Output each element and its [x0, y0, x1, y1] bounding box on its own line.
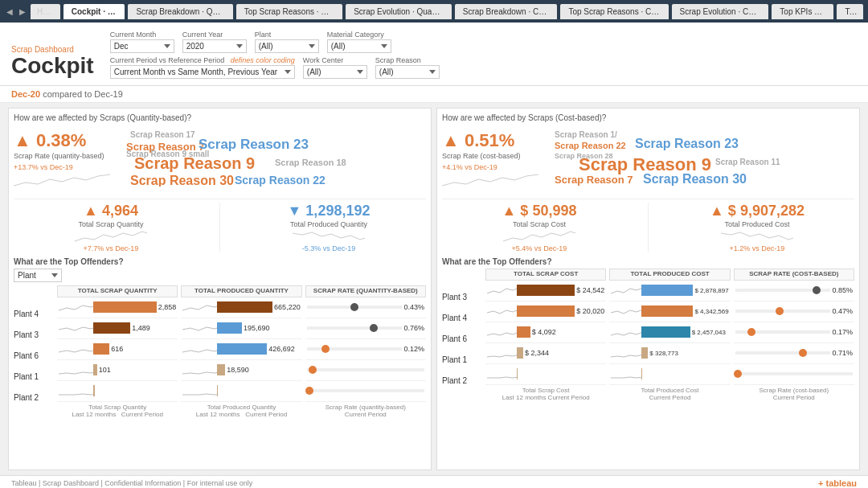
period-select[interactable]: Current Month vs Same Month, Previous Ye…	[110, 65, 295, 79]
material-category-select[interactable]: (All)	[327, 39, 391, 53]
total-produced-qty-col: TOTAL PRODUCED QUANTITY 665,220 195,690	[181, 285, 301, 414]
work-center-select[interactable]: (All)	[303, 65, 367, 79]
current-year-select[interactable]: 2020	[182, 39, 247, 53]
data-cell	[485, 364, 606, 385]
offenders-plant-filter[interactable]: Plant	[14, 269, 62, 282]
plant-labels-col: Plant 4 Plant 3 Plant 6 Plant 1 Plant 2	[14, 285, 54, 414]
sparkline	[487, 348, 517, 358]
data-cell: 0.12%	[305, 339, 426, 360]
data-cell: 616	[57, 339, 178, 360]
scrap-reason-select[interactable]: (All)	[375, 65, 440, 79]
total-produced-qty-metric: ▼ 1,298,192 Total Produced Quantity -5.3…	[231, 203, 426, 252]
cost-word-cloud: Scrap Reason 1/ Scrap Reason 22 Scrap Re…	[555, 130, 854, 191]
data-cell: 18,590	[181, 360, 301, 381]
sparkline	[611, 348, 641, 358]
produced-cost-rows: $ 2,878,897 $ 4,342,569 $ 2,457,043	[609, 281, 730, 385]
cost-section-title: How are we affected by Scraps (Cost-base…	[442, 113, 854, 122]
wc-item: Scrap Reason 7	[555, 174, 633, 186]
nav-tab-top-reasons-qty[interactable]: Top Scrap Reasons · Quantity-...	[236, 4, 342, 19]
col-footer-scrap-qty: Total Scrap QuantityLast 12 months Curre…	[57, 404, 178, 418]
sparkline	[611, 327, 641, 337]
data-cell: $ 328,773	[609, 343, 730, 364]
data-cell: $ 2,878,897	[609, 281, 730, 301]
period-current: Dec-20	[11, 89, 40, 99]
data-cell: $ 2,344	[485, 343, 606, 364]
data-cell: 0.76%	[305, 318, 426, 339]
plant-select[interactable]: (All)	[255, 39, 319, 53]
wc-item: Scrap Reason 22	[235, 174, 326, 187]
data-cell: 0.17%	[734, 322, 854, 343]
plant-labels-col-cost: Plant 3 Plant 4 Plant 6 Plant 1 Plant 2	[442, 269, 482, 397]
data-cell	[609, 364, 730, 385]
scrap-rate-cost-col: SCRAP RATE (COST-BASED) 0.85%	[734, 269, 854, 397]
filter-current-year: Current Year 2020	[182, 31, 247, 53]
word-cloud-qty: Scrap Reason 17 Scrap Reason 7 Scrap Rea…	[126, 130, 426, 187]
col-header-rate-qty: SCRAP RATE (QUANTITY-BASED)	[305, 285, 426, 297]
total-produced-cost-change: +1.2% vs Dec-19	[660, 244, 854, 252]
col-footer-rate-cost: Scrap Rate (cost-based)Current Period	[734, 387, 854, 401]
sparkline	[182, 344, 217, 354]
nav-tab-top[interactable]: Top	[837, 4, 863, 19]
current-month-select[interactable]: Dec	[110, 39, 174, 53]
data-cell: 1,489	[57, 318, 178, 339]
cost-bottom-metrics: ▲ $ 50,998 Total Scrap Cost +5.4% vs Dec…	[442, 199, 854, 252]
plant-rows-cost: Plant 3 Plant 4 Plant 6 Plant 1 Plant 2	[442, 286, 482, 397]
filter-material-category: Material Category (All)	[327, 31, 391, 53]
scrap-qty-rows: 2,858 1,489 616	[57, 297, 178, 402]
nav-prev-arrow[interactable]: ◀	[5, 6, 14, 18]
filter-row-1: Current Month Dec Current Year 2020 Plan…	[110, 31, 857, 53]
total-scrap-cost-value: ▲ $ 50,998	[442, 203, 637, 219]
plant-row-label: Plant 4	[442, 307, 482, 328]
offenders-cost-section: What are the Top Offenders? Plant 3 Plan…	[442, 257, 854, 465]
nav-tab-evolution-qty[interactable]: Scrap Evolution · Quantity-bas...	[346, 4, 452, 19]
sparkline	[487, 285, 517, 295]
sparkline	[59, 344, 93, 354]
header: Scrap Dashboard Cockpit Current Month De…	[0, 23, 868, 86]
nav-next-arrow[interactable]: ▶	[18, 6, 27, 18]
plant-row-label: Plant 1	[442, 349, 482, 370]
nav-tab-top-reasons-cost[interactable]: Top Scrap Reasons · Cost-based	[560, 4, 668, 19]
filter-row-2: Current Period vs Reference Period defin…	[110, 56, 857, 79]
plant-row-label: Plant 6	[14, 345, 54, 366]
top-navigation: ◀ ▶ Home Cockpit · Scrap Scrap Breakdown…	[0, 0, 868, 23]
header-filters: Current Month Dec Current Year 2020 Plan…	[94, 27, 857, 79]
quantity-word-cloud: Scrap Reason 17 Scrap Reason 7 Scrap Rea…	[126, 130, 426, 191]
col-header-rate-cost: SCRAP RATE (COST-BASED)	[734, 269, 854, 281]
plant-row-label: Plant 3	[14, 324, 54, 345]
offenders-qty-filter: Plant	[14, 269, 426, 282]
cost-rate-change: +4.1% vs Dec-19	[442, 163, 555, 171]
separator	[648, 203, 649, 252]
nav-tab-cockpit[interactable]: Cockpit · Scrap	[63, 4, 125, 19]
header-left: Scrap Dashboard Cockpit	[11, 45, 94, 79]
sparkline	[182, 386, 217, 396]
wc-item: Scrap Reason 23	[635, 137, 739, 151]
plant-row-label: Plant 3	[442, 286, 482, 307]
quantity-rate-value: ▲ 0.38%	[14, 130, 126, 151]
nav-tab-breakdown-cost[interactable]: Scrap Breakdown · Cost-based	[455, 4, 558, 19]
plant-row-label: Plant 6	[442, 328, 482, 349]
nav-tab-evolution-cost[interactable]: Scrap Evolution · Cost-based	[672, 4, 769, 19]
nav-tab-home[interactable]: Home	[31, 4, 60, 19]
offenders-cost-title: What are the Top Offenders?	[442, 257, 854, 266]
filter-scrap-reason: Scrap Reason (All)	[375, 56, 440, 79]
sparkline	[59, 365, 93, 375]
data-cell	[181, 381, 301, 402]
period-reference: Dec-19	[94, 89, 122, 99]
nav-tab-breakdown-qty[interactable]: Scrap Breakdown · Quantity-b...	[128, 4, 232, 19]
period-bar: Dec-20 compared to Dec-19	[0, 86, 868, 103]
offenders-qty-title: What are the Top Offenders?	[14, 257, 426, 266]
quantity-rate-sparkline	[14, 171, 110, 189]
total-produced-cost-label: Total Produced Cost	[660, 220, 854, 228]
word-cloud-cost: Scrap Reason 1/ Scrap Reason 22 Scrap Re…	[555, 130, 854, 187]
wc-item-scrap30: Scrap Reason 30	[130, 174, 234, 187]
wc-item-cost-scrap30: Scrap Reason 30	[643, 172, 747, 187]
sparkline	[611, 369, 641, 379]
quantity-rate-change: +13.7% vs Dec-19	[14, 163, 126, 171]
cost-scrap-rate: ▲ 0.51% Scrap Rate (cost-based) +4.1% vs…	[442, 130, 555, 191]
total-scrap-qty-metric: ▲ 4,964 Total Scrap Quantity +7.7% vs De…	[14, 203, 208, 252]
plant-row-label: Plant 2	[14, 387, 54, 408]
nav-tab-kpi[interactable]: Top KPIs Trends	[772, 4, 833, 19]
total-scrap-cost-col: TOTAL SCRAP COST $ 24,542 $ 20,020	[485, 269, 606, 397]
tableau-logo: + tableau	[818, 478, 857, 488]
cost-rate-value: ▲ 0.51%	[442, 130, 555, 151]
